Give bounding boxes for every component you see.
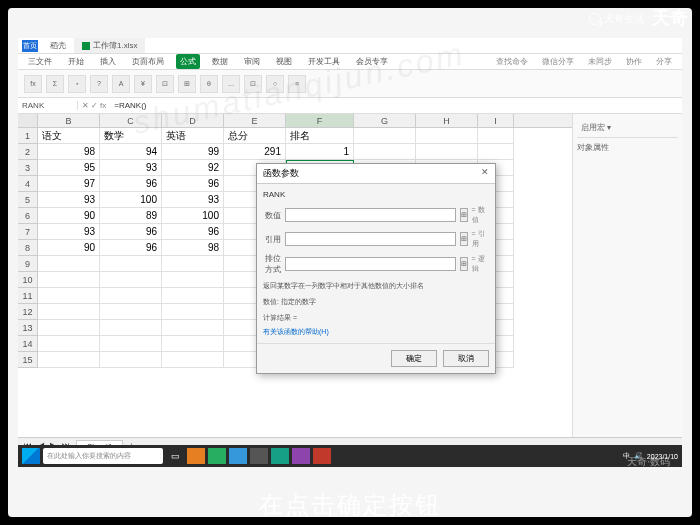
- cell[interactable]: [38, 336, 100, 352]
- tool-button[interactable]: ?: [90, 75, 108, 93]
- cell[interactable]: [100, 352, 162, 368]
- cell[interactable]: [100, 256, 162, 272]
- taskbar-search[interactable]: 在此处输入你要搜索的内容: [43, 448, 163, 464]
- cell[interactable]: 总分: [224, 128, 286, 144]
- column-header[interactable]: H: [416, 114, 478, 127]
- cell[interactable]: [162, 304, 224, 320]
- cell[interactable]: [38, 352, 100, 368]
- row-header[interactable]: 6: [18, 208, 38, 224]
- row-header[interactable]: 7: [18, 224, 38, 240]
- param-input[interactable]: [285, 208, 456, 222]
- tool-button[interactable]: ≡: [288, 75, 306, 93]
- cell[interactable]: 100: [162, 208, 224, 224]
- app-icon[interactable]: [250, 448, 268, 464]
- ribbon-right-item[interactable]: 查找命令: [492, 54, 532, 69]
- row-header[interactable]: 9: [18, 256, 38, 272]
- row-header[interactable]: 10: [18, 272, 38, 288]
- row-header[interactable]: 4: [18, 176, 38, 192]
- column-header[interactable]: B: [38, 114, 100, 127]
- range-picker-icon[interactable]: ⊞: [460, 208, 468, 222]
- ribbon-tab[interactable]: 公式: [176, 54, 200, 69]
- formula-input[interactable]: =RANK(): [110, 101, 682, 110]
- cell[interactable]: [38, 304, 100, 320]
- column-header[interactable]: G: [354, 114, 416, 127]
- tool-button[interactable]: Σ: [46, 75, 64, 93]
- ribbon-right-item[interactable]: 分享: [652, 54, 676, 69]
- cell[interactable]: 291: [224, 144, 286, 160]
- cell[interactable]: 89: [100, 208, 162, 224]
- column-header[interactable]: C: [100, 114, 162, 127]
- cell[interactable]: [38, 256, 100, 272]
- cell[interactable]: [38, 320, 100, 336]
- ribbon-tab[interactable]: 视图: [272, 54, 296, 69]
- name-box[interactable]: RANK: [18, 101, 78, 110]
- dialog-titlebar[interactable]: 函数参数 ✕: [257, 164, 495, 184]
- cell[interactable]: [162, 288, 224, 304]
- row-header[interactable]: 2: [18, 144, 38, 160]
- cancel-formula-icon[interactable]: ✕: [82, 101, 89, 110]
- cell[interactable]: 95: [38, 160, 100, 176]
- cell[interactable]: 93: [162, 192, 224, 208]
- cell[interactable]: [162, 272, 224, 288]
- tool-button[interactable]: fx: [24, 75, 42, 93]
- cell[interactable]: [100, 272, 162, 288]
- close-icon[interactable]: ✕: [481, 167, 489, 180]
- taskpane-header[interactable]: 启用宏 ▾: [577, 118, 678, 138]
- select-all-corner[interactable]: [18, 114, 38, 127]
- accept-formula-icon[interactable]: ✓: [91, 101, 98, 110]
- cell[interactable]: 1: [286, 144, 354, 160]
- ribbon-tab[interactable]: 页面布局: [128, 54, 168, 69]
- cell[interactable]: [354, 128, 416, 144]
- column-header[interactable]: D: [162, 114, 224, 127]
- cell[interactable]: 96: [100, 176, 162, 192]
- ribbon-right-item[interactable]: 协作: [622, 54, 646, 69]
- tool-button[interactable]: ⊞: [178, 75, 196, 93]
- cell[interactable]: 96: [100, 240, 162, 256]
- cell[interactable]: 排名: [286, 128, 354, 144]
- tool-button[interactable]: ...: [222, 75, 240, 93]
- cell[interactable]: [100, 288, 162, 304]
- cell[interactable]: [162, 352, 224, 368]
- cell[interactable]: 93: [38, 224, 100, 240]
- ribbon-tab[interactable]: 三文件: [24, 54, 56, 69]
- ribbon-tab[interactable]: 开始: [64, 54, 88, 69]
- row-header[interactable]: 1: [18, 128, 38, 144]
- tab-workbook[interactable]: 工作簿1.xlsx: [74, 38, 145, 53]
- tool-button[interactable]: ○: [266, 75, 284, 93]
- tab-templates[interactable]: 稻壳: [42, 38, 74, 53]
- param-input[interactable]: [285, 232, 456, 246]
- cell[interactable]: [354, 144, 416, 160]
- tool-button[interactable]: ¥: [134, 75, 152, 93]
- cell[interactable]: 100: [100, 192, 162, 208]
- app-icon[interactable]: [208, 448, 226, 464]
- ribbon-tab[interactable]: 开发工具: [304, 54, 344, 69]
- cell[interactable]: [416, 128, 478, 144]
- fx-icon[interactable]: fx: [100, 101, 106, 110]
- column-header[interactable]: F: [286, 114, 354, 127]
- start-button[interactable]: [22, 448, 40, 464]
- cell[interactable]: 数学: [100, 128, 162, 144]
- param-input[interactable]: [285, 257, 456, 271]
- ribbon-tab[interactable]: 审阅: [240, 54, 264, 69]
- app-icon[interactable]: [229, 448, 247, 464]
- tool-button[interactable]: ⊡: [244, 75, 262, 93]
- app-icon[interactable]: [187, 448, 205, 464]
- cell[interactable]: 99: [162, 144, 224, 160]
- column-header[interactable]: E: [224, 114, 286, 127]
- task-view-icon[interactable]: ▭: [166, 448, 184, 464]
- cancel-button[interactable]: 取消: [443, 350, 489, 367]
- app-icon[interactable]: [271, 448, 289, 464]
- cell[interactable]: [100, 304, 162, 320]
- row-header[interactable]: 14: [18, 336, 38, 352]
- cell[interactable]: [478, 128, 514, 144]
- cell[interactable]: 90: [38, 208, 100, 224]
- cell[interactable]: 92: [162, 160, 224, 176]
- cell[interactable]: [162, 336, 224, 352]
- cell[interactable]: [100, 336, 162, 352]
- cell[interactable]: 94: [100, 144, 162, 160]
- cell[interactable]: 96: [162, 176, 224, 192]
- column-header[interactable]: I: [478, 114, 514, 127]
- ribbon-tab[interactable]: 会员专享: [352, 54, 392, 69]
- tool-button[interactable]: A: [112, 75, 130, 93]
- ribbon-right-item[interactable]: 微信分享: [538, 54, 578, 69]
